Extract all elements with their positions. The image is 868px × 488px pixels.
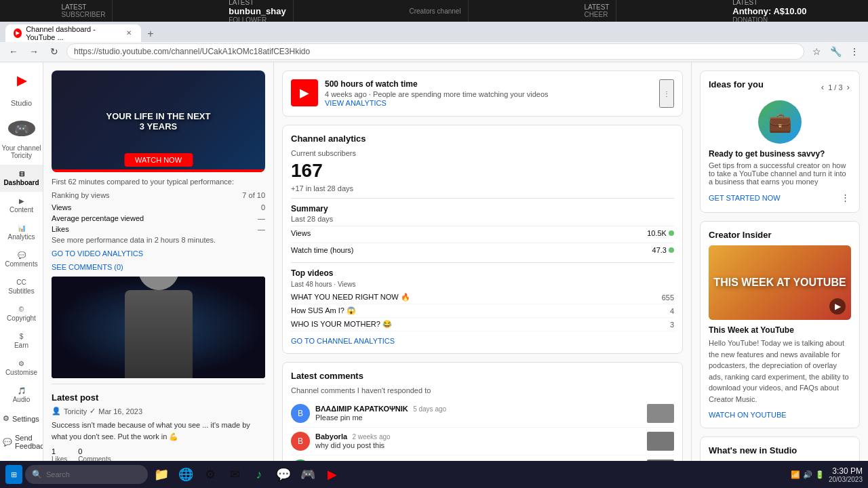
- view-analytics-link[interactable]: VIEW ANALYTICS: [325, 99, 387, 107]
- windows-icon: ⊞: [11, 470, 17, 479]
- notif-follower-label: LATEST: [229, 0, 286, 6]
- watch-on-youtube-link[interactable]: WATCH ON YOUTUBE: [709, 411, 787, 419]
- sidebar-item-feedback[interactable]: 💬 Send Feedback: [0, 428, 43, 455]
- chrome-icon[interactable]: ⚙: [199, 464, 221, 485]
- views-label: Views: [52, 203, 71, 211]
- ideas-prev-button[interactable]: ‹: [820, 81, 825, 94]
- ranking-row: Ranking by views 7 of 10: [52, 191, 265, 199]
- go-video-analytics-link[interactable]: GO TO VIDEO ANALYTICS: [52, 249, 265, 258]
- notification-bar: LATEST SUBSCRIBER LATEST bunbun_shay FOL…: [0, 0, 868, 22]
- forward-button[interactable]: →: [26, 43, 42, 60]
- file-explorer-icon[interactable]: 📁: [151, 464, 172, 485]
- new-tab-button[interactable]: +: [142, 26, 159, 42]
- youtube-app-icon[interactable]: ▶: [321, 464, 343, 485]
- taskbar-search-input[interactable]: [46, 470, 141, 479]
- taskbar: ⊞ 🔍 📁 🌐 ⚙ ✉ ♪ 💬 🎮 ▶ 📶 🔊 🔋 3:30 PM 20/03/…: [0, 461, 868, 488]
- sidebar-item-subtitles[interactable]: CC Subtitles: [0, 273, 43, 300]
- ranking-label: Ranking by views: [52, 191, 110, 199]
- sidebar-nav: ⊟ Dashboard ▶ Content 📊 Analytics 💬 Comm…: [0, 165, 43, 409]
- main-wrapper: ▶ Studio 🎮 Your channel Toricity ⊟ Dashb…: [0, 62, 868, 461]
- taskbar-right: 📶 🔊 🔋 3:30 PM 20/03/2023: [791, 466, 863, 483]
- sidebar-item-earn[interactable]: $ Earn: [0, 327, 43, 354]
- top-video-1-title: WHAT YOU NEED RIGHT NOW 🔥: [291, 293, 654, 302]
- sidebar-dashboard-label: Dashboard: [3, 179, 39, 186]
- avg-pct-value: —: [258, 214, 265, 222]
- taskbar-search[interactable]: 🔍: [25, 465, 148, 484]
- video-preview: YOUR LIFE IN THE NEXT 3 YEARS WATCH NOW: [52, 70, 265, 172]
- latest-post-title: Latest post: [52, 392, 265, 403]
- summary-period: Last 28 days: [291, 215, 674, 223]
- sidebar-item-customise[interactable]: ⚙ Customise: [0, 354, 43, 382]
- sidebar-item-dashboard[interactable]: ⊟ Dashboard: [0, 165, 43, 192]
- sidebar-item-analytics[interactable]: 📊 Analytics: [0, 219, 43, 246]
- avatar[interactable]: 🎮: [8, 121, 35, 136]
- get-started-button[interactable]: GET STARTED NOW: [709, 194, 781, 202]
- spotify-icon[interactable]: ♪: [248, 464, 270, 485]
- likes-row: Likes —: [52, 225, 265, 233]
- watch-card-more-button[interactable]: ⋮: [659, 79, 674, 108]
- feedback-icon: 💬: [3, 438, 12, 447]
- comment-1-thumb: [647, 404, 674, 423]
- discord-icon[interactable]: 💬: [273, 464, 294, 485]
- streamer-bg: [52, 277, 265, 378]
- settings-icon: ⚙: [3, 414, 9, 423]
- time-display: 3:30 PM 20/03/2023: [829, 466, 863, 483]
- notif-follower-value: bunbun_shay: [229, 6, 286, 16]
- tab-favicon: ▶: [14, 28, 22, 38]
- play-button-small[interactable]: ▶: [829, 298, 846, 314]
- extensions-button[interactable]: 🔧: [827, 43, 844, 60]
- content-area: YOUR LIFE IN THE NEXT 3 YEARS WATCH NOW …: [43, 62, 868, 461]
- sidebar-item-copyright[interactable]: © Copyright: [0, 300, 43, 327]
- mail-icon[interactable]: ✉: [224, 464, 245, 485]
- ideas-options-button[interactable]: ⋮: [840, 191, 851, 204]
- sidebar-item-settings[interactable]: ⚙ Settings: [0, 409, 43, 428]
- post-comments-label: Comments: [78, 455, 111, 461]
- network-icon[interactable]: 📶: [791, 470, 800, 479]
- steam-icon[interactable]: 🎮: [297, 464, 319, 485]
- ideas-next-button[interactable]: ›: [846, 81, 851, 94]
- watch-now-button[interactable]: WATCH NOW: [124, 153, 193, 167]
- summary-views-value: 10.5K: [647, 229, 674, 237]
- tab-title: Channel dashboard - YouTube ...: [26, 25, 121, 41]
- sidebar-item-comments[interactable]: 💬 Comments: [0, 246, 43, 273]
- go-channel-analytics-link[interactable]: GO TO CHANNEL ANALYTICS: [291, 337, 674, 345]
- volume-icon[interactable]: 🔊: [803, 470, 812, 479]
- middle-panel: ▶ 500 hours of watch time 4 weeks ago · …: [274, 62, 692, 461]
- post-meta: 👤 Toricity ✓ Mar 16, 2023: [52, 407, 265, 415]
- comment-item-2: B Babyorla 2 weeks ago why did you post …: [291, 428, 674, 455]
- studio-logo[interactable]: ▶: [0, 68, 43, 94]
- summary-views-label: Views: [291, 229, 311, 237]
- sidebar-content-label: Content: [9, 206, 33, 214]
- comment-1-time: 5 days ago: [413, 405, 446, 413]
- see-comments-link[interactable]: SEE COMMENTS (0): [52, 263, 265, 271]
- watch-text: 500 hours of watch time 4 weeks ago · Pe…: [325, 79, 652, 108]
- comment-1-author: ΒΛΑΔΙΜΙΡ ΚΑΡΑΤΚΟΨΝΙΚ: [315, 405, 408, 413]
- sidebar-item-content[interactable]: ▶ Content: [0, 192, 43, 219]
- top-video-3-title: WHO IS YOUR MOTHER? 😂: [291, 320, 654, 329]
- tabs-row: ▶ Channel dashboard - YouTube ... ✕ +: [0, 22, 868, 42]
- reload-button[interactable]: ↻: [46, 43, 62, 60]
- active-tab[interactable]: ▶ Channel dashboard - YouTube ... ✕: [5, 24, 141, 42]
- battery-icon[interactable]: 🔋: [815, 470, 825, 479]
- edge-icon[interactable]: 🌐: [175, 464, 197, 485]
- tab-close-button[interactable]: ✕: [125, 28, 133, 38]
- more-button[interactable]: ⋮: [846, 43, 863, 60]
- notif-subscriber: LATEST SUBSCRIBER: [54, 0, 113, 22]
- watch-card-time: 4 weeks ago · People are spending more t…: [325, 90, 652, 98]
- dashboard-icon: ⊟: [19, 170, 24, 178]
- sidebar-item-audio[interactable]: 🎵 Audio: [0, 382, 43, 409]
- address-bar[interactable]: https://studio.youtube.com/channel/UCakA…: [66, 43, 804, 60]
- start-button[interactable]: ⊞: [5, 465, 22, 484]
- bookmark-button[interactable]: ☆: [808, 43, 825, 60]
- notif-donation-value: Anthony: A$10.00: [732, 6, 806, 16]
- sidebar: ▶ Studio 🎮 Your channel Toricity ⊟ Dashb…: [0, 62, 43, 461]
- likes-label: Likes: [52, 225, 69, 233]
- notif-donation-label: LATEST: [732, 0, 806, 6]
- top-video-2-title: How SUS Am I? 😱: [291, 306, 654, 315]
- watch-time-text: 4 weeks ago: [325, 90, 367, 98]
- channel-analytics-title: Channel analytics: [291, 134, 674, 144]
- post-date: Mar 16, 2023: [98, 407, 142, 415]
- right-panel: Ideas for you ‹ 1 / 3 › 💼 Ready to get b…: [692, 62, 868, 461]
- whats-new-card: What's new in Studio New Subscribers rep…: [700, 436, 860, 461]
- back-button[interactable]: ←: [5, 43, 22, 60]
